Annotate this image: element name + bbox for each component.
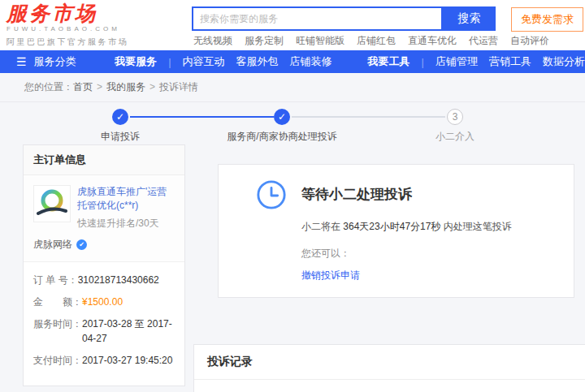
step-connector-pending [292, 116, 445, 118]
nav-item-my-tools[interactable]: 我要工具 [368, 54, 410, 69]
quick-link-agency[interactable]: 代运营 [469, 34, 498, 48]
clock-icon [256, 179, 287, 210]
quick-link-ztc[interactable]: 直通车优化 [408, 34, 457, 48]
logo-tagline: 阿里巴巴旗下官方服务市场 [6, 37, 128, 48]
order-number-label: 订 单 号： [33, 273, 78, 287]
logo-subtitle: FUWU.TAOBAO.COM [6, 25, 128, 32]
amount-row: 金 额： ¥1500.00 [33, 295, 175, 309]
product-info: 虎脉直通车推广'运营托管优化(c**r) 快速提升排名/30天 [77, 185, 175, 230]
status-hint: 您还可以： [301, 247, 512, 261]
product-spec: 快速提升排名/30天 [77, 217, 175, 230]
service-time-label: 服务时间： [33, 317, 82, 346]
breadcrumb-separator: > [97, 81, 102, 93]
service-category-label: 服务分类 [34, 54, 76, 69]
step-connector-done [130, 116, 274, 118]
status-body: 等待小二处理投诉 小二将在 364天23小时47分17秒 内处理这笔投诉 您还可… [301, 179, 512, 282]
amount-label: 金 额： [33, 295, 82, 309]
nav-separator: | [168, 56, 171, 68]
order-number-value: 310218713430662 [78, 273, 159, 287]
hamburger-menu-icon: ☰ [16, 56, 27, 67]
breadcrumb: 您的位置：首页>我的服务>投诉详情 [0, 73, 585, 102]
status-desc-suffix: 内处理这笔投诉 [440, 221, 511, 232]
right-column: 等待小二处理投诉 小二将在 364天23小时47分17秒 内处理这笔投诉 您还可… [193, 144, 585, 392]
step2-check-icon: ✓ [274, 109, 290, 125]
search-bar: 搜索 [192, 6, 496, 31]
step3-label: 小二介入 [406, 130, 504, 144]
nav-item-marketing-tools[interactable]: 营销工具 [489, 54, 531, 69]
breadcrumb-current: 投诉详情 [159, 81, 198, 93]
order-info-panel: 主订单信息 [23, 144, 185, 386]
breadcrumb-prefix: 您的位置： [24, 81, 73, 93]
free-demand-button[interactable]: 免费发需求 [511, 7, 583, 32]
order-number-row: 订 单 号： 310218713430662 [33, 273, 175, 287]
quick-link-auto-review[interactable]: 自动评价 [510, 34, 549, 48]
service-time-row: 服务时间： 2017-03-28 至 2017-04-27 [33, 317, 175, 346]
withdraw-complaint-link[interactable]: 撤销投诉申请 [301, 269, 360, 282]
breadcrumb-home[interactable]: 首页 [73, 81, 93, 93]
product-block: 虎脉直通车推广'运营托管优化(c**r) 快速提升排名/30天 虎脉网络 ✔ [24, 175, 184, 262]
vendor-row: 虎脉网络 ✔ [33, 238, 175, 252]
step1-label: 申请投诉 [72, 130, 169, 144]
nav-separator: | [422, 56, 424, 68]
product-image[interactable] [33, 185, 71, 222]
search-button[interactable]: 搜索 [443, 6, 496, 31]
step3-number-badge: 3 [447, 109, 463, 125]
vendor-name[interactable]: 虎脉网络 [33, 238, 72, 252]
record-entry-timestamp: 2017-04-07 19:45:26 [194, 380, 585, 392]
service-category-menu[interactable]: ☰ 服务分类 [0, 54, 97, 69]
step1-check-icon: ✓ [112, 109, 128, 125]
page-header: 服务市场 FUWU.TAOBAO.COM 阿里巴巴旗下官方服务市场 搜索 免费发… [0, 0, 585, 50]
complaint-status-panel: 等待小二处理投诉 小二将在 364天23小时47分17秒 内处理这笔投诉 您还可… [218, 164, 574, 298]
search-input[interactable] [192, 6, 443, 31]
order-fields: 订 单 号： 310218713430662 金 额： ¥1500.00 服务时… [24, 262, 184, 386]
quick-link-smart-shop[interactable]: 旺铺智能版 [296, 34, 344, 48]
main-nav: ☰ 服务分类 我要服务 | 内容互动 客服外包 店铺装修 我要工具 | 店铺管理… [0, 50, 585, 73]
product-logo-graphic [34, 186, 70, 222]
complaint-records-panel: 投诉记录 2017-04-07 19:45:26 [193, 344, 585, 392]
breadcrumb-my-services[interactable]: 我的服务 [106, 81, 145, 93]
records-title: 投诉记录 [194, 345, 585, 380]
main-content: 主订单信息 [0, 144, 585, 392]
nav-item-data-analysis[interactable]: 数据分析 [543, 54, 585, 69]
site-logo[interactable]: 服务市场 FUWU.TAOBAO.COM 阿里巴巴旗下官方服务市场 [6, 2, 128, 48]
quick-link-wireless[interactable]: 无线视频 [193, 34, 232, 48]
complaint-progress-steps: ✓ ✓ 3 申请投诉 服务商/商家协商处理投诉 小二介入 [0, 102, 585, 144]
pay-time-value: 2017-03-27 19:45:20 [82, 353, 172, 368]
countdown-timer: 364天23小时47分17秒 [343, 221, 440, 232]
quick-link-coupon[interactable]: 店铺红包 [357, 34, 396, 48]
nav-item-content[interactable]: 内容互动 [183, 54, 225, 69]
header-quick-links: 无线视频 服务定制 旺铺智能版 店铺红包 直通车优化 代运营 自动评价 [193, 34, 549, 48]
vendor-badge-icon: ✔ [76, 239, 87, 250]
nav-item-shop-design[interactable]: 店铺装修 [290, 54, 332, 69]
quick-link-custom-service[interactable]: 服务定制 [245, 34, 284, 48]
nav-item-shop-management[interactable]: 店铺管理 [436, 54, 478, 69]
status-title: 等待小二处理投诉 [301, 179, 512, 210]
status-desc-prefix: 小二将在 [301, 221, 343, 232]
product-name-link[interactable]: 虎脉直通车推广'运营托管优化(c**r) [77, 185, 175, 213]
order-panel-title: 主订单信息 [24, 145, 184, 175]
nav-item-customer-service[interactable]: 客服外包 [236, 54, 279, 69]
amount-value: ¥1500.00 [82, 295, 123, 309]
status-description: 小二将在 364天23小时47分17秒 内处理这笔投诉 [301, 220, 512, 234]
breadcrumb-separator: > [150, 81, 155, 93]
nav-item-my-services[interactable]: 我要服务 [115, 54, 157, 69]
pay-time-label: 支付时间： [33, 353, 82, 368]
service-time-value: 2017-03-28 至 2017-04-27 [82, 317, 175, 346]
pay-time-row: 支付时间： 2017-03-27 19:45:20 [33, 353, 175, 368]
nav-menu: 我要服务 | 内容互动 客服外包 店铺装修 我要工具 | 店铺管理 营销工具 数… [115, 54, 585, 69]
step2-label: 服务商/商家协商处理投诉 [193, 130, 371, 144]
logo-title: 服务市场 [6, 2, 128, 24]
